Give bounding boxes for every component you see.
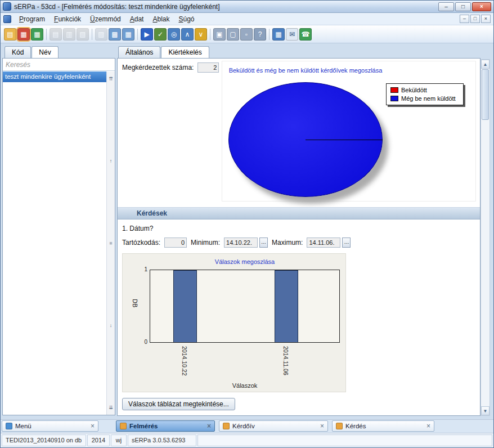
zoom-icon[interactable]: ◎ [168, 28, 180, 41]
menu-item-ablak[interactable]: Ablak [148, 14, 174, 25]
x-tick-label: 2014.10.22 [181, 346, 188, 376]
refresh-icon[interactable]: ▦ [17, 28, 30, 41]
menu-item-sugo[interactable]: Súgó [174, 14, 199, 25]
save-icon[interactable]: ▦ [122, 28, 134, 41]
bar-xlabels: 2014.10.222014.11.06 [150, 345, 340, 381]
status-cell: wj [111, 434, 127, 446]
close-button[interactable]: × [472, 2, 491, 11]
maximize-button[interactable]: □ [455, 2, 471, 11]
scroll-up-icon[interactable]: ▲ [481, 60, 489, 69]
tab-nev[interactable]: Név [32, 46, 58, 58]
title-bar: sERPa - 53cd - [Felmérés módosítás: tesz… [1, 1, 493, 13]
scrollbar-thumb[interactable] [482, 69, 489, 120]
toolbar-separator [210, 29, 210, 40]
tab-close-icon[interactable]: × [320, 423, 324, 429]
record-nav-page-down-icon[interactable]: ↓ [110, 322, 113, 328]
pie-legend: BeküldöttMég be nem küldött [386, 83, 464, 105]
cut-icon: ▧ [77, 28, 89, 41]
tab-kiertekeles[interactable]: Kiértékelés [161, 46, 209, 58]
minimum-label: Minimum: [191, 239, 220, 247]
bar [275, 270, 298, 342]
bottom-tab-kerdes[interactable]: Kérdés× [332, 420, 434, 432]
open-folder-icon[interactable]: ▤ [4, 28, 16, 41]
minimum-picker-button[interactable]: … [259, 238, 268, 248]
excel-export-icon[interactable]: ▦ [31, 28, 43, 41]
left-panel: KódNév teszt mindenkire ügyfelenként ⇈↑≡… [2, 46, 115, 415]
mdi-close-button[interactable]: × [481, 15, 491, 23]
bottom-tab-kerdoiv[interactable]: Kérdőív× [219, 420, 328, 432]
help-icon[interactable]: ? [254, 28, 266, 41]
main-panel: ÁltalánosKiértékelés Megkérdezettek szám… [117, 46, 480, 416]
legend-label: Még be nem küldött [401, 95, 456, 102]
y-tick-label-max: 1 [138, 266, 147, 272]
window-cascade-icon[interactable]: ▣ [213, 28, 226, 41]
legend-swatch [390, 87, 398, 93]
maximum-label: Maximum: [272, 239, 303, 247]
mdi-restore-button[interactable]: □ [470, 15, 480, 23]
list-item[interactable]: teszt mindenkire ügyfelenként [3, 71, 106, 82]
scroll-down-icon[interactable]: ▼ [481, 406, 489, 415]
menu-item-program[interactable]: Program [15, 14, 50, 25]
search-input[interactable] [3, 59, 115, 71]
mdi-buttons: – □ × [460, 15, 491, 23]
edit-check-icon[interactable]: ✓ [154, 28, 167, 41]
pie-chart-area: Beküldött és még be nem küldött kérdőíve… [222, 61, 476, 201]
record-nav-last-icon[interactable]: ⇊ [109, 405, 113, 410]
phone-icon[interactable]: ☎ [299, 28, 312, 41]
tab-close-icon[interactable]: × [91, 423, 95, 429]
bottom-tab-bar: Menü×Felmérés×Kérdőív×Kérdés× [1, 419, 493, 433]
paste-icon[interactable]: ▩ [109, 28, 121, 41]
toolbar-separator [46, 29, 47, 40]
record-nav-first-icon[interactable]: ⇈ [109, 76, 113, 82]
status-filler [197, 434, 492, 446]
tab-altalanos[interactable]: Általános [118, 46, 160, 58]
window-title: sERPa - 53cd - [Felmérés módosítás: tesz… [14, 3, 435, 11]
respondents-label: Megkérdezettek száma: [122, 64, 194, 71]
answers-table-button[interactable]: Válaszok táblázat megtekintése... [122, 398, 235, 410]
tab-label: Kérdés [345, 423, 424, 429]
pie-chart-title: Beküldött és még be nem küldött kérdőíve… [228, 67, 383, 74]
vertical-scrollbar[interactable]: ▲ ▼ [480, 59, 490, 416]
bar [173, 270, 197, 342]
bar-plot [150, 270, 340, 343]
left-panel-body: teszt mindenkire ügyfelenként ⇈↑≡↓⇊ [2, 58, 115, 415]
maximum-picker-button[interactable]: … [342, 238, 351, 248]
tab-close-icon[interactable]: × [207, 423, 211, 429]
toolbar-separator [269, 29, 270, 40]
menu-bar: ProgramFunkciókÜzemmódAdatAblakSúgó – □ … [1, 13, 493, 25]
mdi-child-icon[interactable] [3, 15, 11, 23]
respondents-row: Megkérdezettek száma: 2 [122, 62, 219, 73]
minimum-value-field: 14.10.22. [224, 238, 258, 248]
main-tabs: ÁltalánosKiértékelés [117, 46, 480, 58]
table-icon[interactable]: ▦ [272, 28, 285, 41]
x-tick-label: 2014.11.06 [282, 346, 289, 375]
legend-item: Beküldött [390, 87, 459, 93]
toolbar-separator [92, 29, 92, 40]
respondents-value-field: 2 [197, 62, 219, 73]
record-nav-current-icon[interactable]: ≡ [109, 240, 112, 246]
evaluation-content: Megkérdezettek száma: 2 Beküldött és még… [117, 58, 480, 416]
tab-close-icon[interactable]: × [426, 423, 430, 429]
copy-icon: ▨ [95, 28, 107, 41]
bottom-tab-felmeres[interactable]: Felmérés× [116, 420, 215, 432]
tab-label: Kérdőív [232, 423, 317, 429]
toolbar-separator [137, 29, 138, 40]
print-preview-icon: ▥ [63, 28, 75, 41]
collapse-icon[interactable]: ∧ [181, 28, 194, 41]
status-cell: 2014 [87, 434, 110, 446]
window-list-icon[interactable]: ▫ [240, 28, 253, 41]
expand-icon[interactable]: ∨ [195, 28, 207, 41]
menu-item-funkciok[interactable]: Funkciók [50, 14, 86, 25]
questions-section-header: Kérdések [118, 207, 480, 219]
question-title: 1. Dátum? [122, 225, 153, 232]
menu-item-adat[interactable]: Adat [125, 14, 149, 25]
bottom-tab-menu[interactable]: Menü× [2, 420, 98, 432]
flag-icon[interactable]: ▶ [141, 28, 153, 41]
mail-icon[interactable]: ✉ [286, 28, 298, 41]
window-tile-icon[interactable]: ▢ [227, 28, 239, 41]
minimize-button[interactable]: – [438, 2, 454, 11]
record-nav-page-up-icon[interactable]: ↑ [110, 158, 113, 164]
mdi-minimize-button[interactable]: – [460, 15, 469, 23]
menu-item-uzemmod[interactable]: Üzemmód [86, 14, 125, 25]
tab-kod[interactable]: Kód [5, 46, 31, 58]
